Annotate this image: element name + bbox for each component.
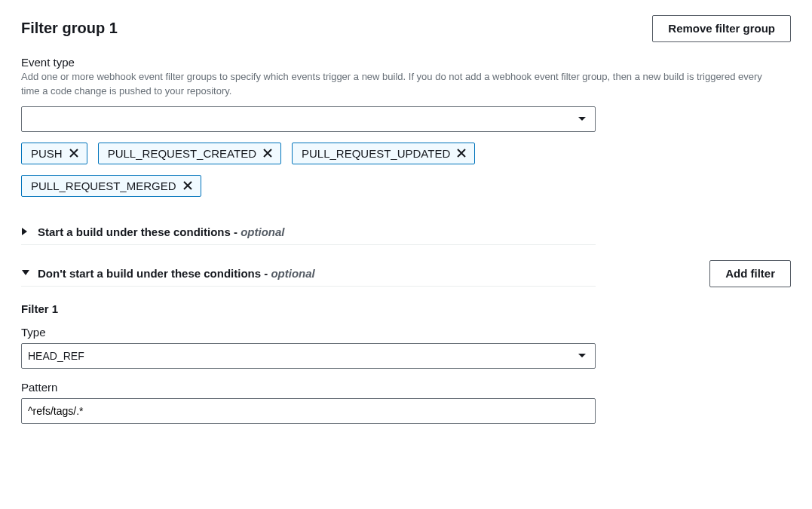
expander-title: Don't start a build under these conditio… (38, 267, 315, 280)
filter-1-title: Filter 1 (21, 302, 791, 315)
filter-pattern-input[interactable] (21, 398, 596, 424)
remove-filter-group-button[interactable]: Remove filter group (652, 15, 791, 42)
event-type-chips: PUSH PULL_REQUEST_CREATED PULL_REQUEST_U… (21, 143, 596, 197)
add-filter-button[interactable]: Add filter (709, 260, 791, 287)
expander-dont-start-build[interactable]: Don't start a build under these conditio… (21, 261, 596, 287)
close-icon[interactable] (69, 148, 79, 158)
event-type-description: Add one or more webhook event filter gro… (21, 70, 783, 99)
close-icon[interactable] (262, 148, 273, 158)
chip-label: PUSH (31, 147, 63, 160)
expander-title: Start a build under these conditions - o… (38, 225, 285, 238)
filter-type-select[interactable]: HEAD_REF (21, 343, 596, 369)
chip-pull-request-merged: PULL_REQUEST_MERGED (21, 175, 201, 197)
expander-start-build[interactable]: Start a build under these conditions - o… (21, 219, 596, 245)
chip-pull-request-created: PULL_REQUEST_CREATED (98, 143, 281, 164)
filter-pattern-label: Pattern (21, 381, 791, 394)
caret-down-icon (21, 269, 30, 277)
event-type-label: Event type (21, 56, 791, 69)
filter-type-label: Type (21, 326, 791, 339)
chip-push: PUSH (21, 143, 87, 164)
chip-label: PULL_REQUEST_MERGED (31, 179, 176, 192)
chip-pull-request-updated: PULL_REQUEST_UPDATED (292, 143, 475, 164)
caret-right-icon (21, 227, 30, 236)
chip-label: PULL_REQUEST_CREATED (108, 147, 256, 160)
event-type-select[interactable] (21, 106, 596, 132)
filter-group-title: Filter group 1 (21, 20, 118, 37)
close-icon[interactable] (182, 180, 193, 191)
chip-label: PULL_REQUEST_UPDATED (302, 147, 450, 160)
filter-type-value: HEAD_REF (28, 350, 84, 362)
close-icon[interactable] (456, 148, 467, 158)
